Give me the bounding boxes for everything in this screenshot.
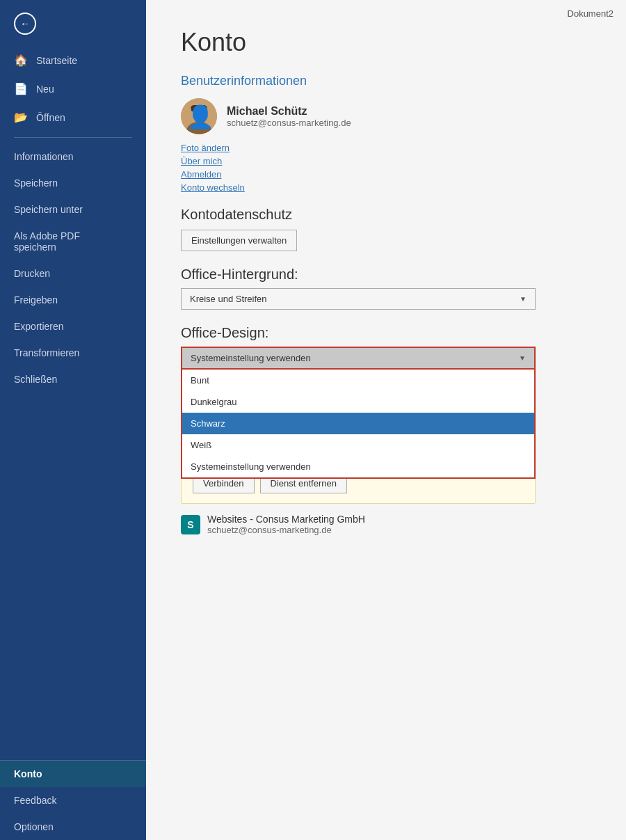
sidebar-item-konto[interactable]: Konto (0, 761, 146, 787)
sidebar-item-label: Startseite (36, 55, 77, 66)
design-selected-value: Systemeinstellung verwenden (191, 353, 311, 363)
ueber-mich-link[interactable]: Über mich (181, 156, 222, 166)
avatar-image (181, 98, 217, 134)
avatar (181, 98, 217, 134)
page-title: Konto (181, 28, 591, 57)
sidebar-item-label: Neu (36, 84, 54, 95)
sidebar-item-label: Exportieren (14, 321, 64, 332)
sidebar-item-transformieren[interactable]: Transformieren (0, 340, 146, 366)
sidebar-bottom: Konto Feedback Optionen (0, 760, 146, 840)
sidebar-item-optionen[interactable]: Optionen (0, 814, 146, 840)
sidebar-item-exportieren[interactable]: Exportieren (0, 313, 146, 340)
sidebar-item-label: Transformieren (14, 347, 79, 358)
websites-service: S Websites - Consus Marketing GmbH schue… (181, 514, 591, 535)
new-document-icon: 📄 (14, 82, 28, 95)
svg-rect-7 (193, 113, 195, 118)
websites-info: Websites - Consus Marketing GmbH schuetz… (207, 514, 591, 535)
design-dropdown-header[interactable]: Systemeinstellung verwenden ▼ (181, 347, 536, 370)
sidebar-item-label: Freigeben (14, 294, 58, 306)
sidebar-item-label: Feedback (14, 795, 56, 806)
svg-rect-9 (191, 105, 207, 112)
einstellungen-verwalten-button[interactable]: Einstellungen verwalten (181, 230, 297, 251)
sidebar-item-label: Als Adobe PDFspeichern (14, 230, 80, 253)
foto-aendern-link[interactable]: Foto ändern (181, 143, 230, 153)
design-option-schwarz[interactable]: Schwarz (182, 413, 534, 434)
user-name: Michael Schütz (227, 105, 351, 118)
open-folder-icon: 📂 (14, 111, 28, 124)
svg-rect-8 (202, 113, 204, 118)
sidebar-item-label: Konto (14, 768, 42, 779)
svg-rect-11 (207, 108, 209, 112)
section-title-benutzerinfo: Benutzerinformationen (181, 74, 591, 88)
sidebar-item-informationen[interactable]: Informationen (0, 143, 146, 170)
sidebar-item-label: Informationen (14, 151, 74, 162)
sidebar-nav: 🏠 Startseite 📄 Neu 📂 Öffnen Informatione… (0, 42, 146, 393)
svg-point-0 (181, 98, 217, 134)
back-circle[interactable]: ← (14, 13, 36, 35)
sidebar-item-oeffnen[interactable]: 📂 Öffnen (0, 103, 146, 132)
sidebar-item-label: Schließen (14, 374, 57, 385)
websites-email: schuetz@consus-marketing.de (207, 525, 591, 535)
svg-point-3 (193, 106, 205, 118)
sharepoint-icon: S (181, 515, 200, 534)
sidebar: ← 🏠 Startseite 📄 Neu 📂 Öffnen Informatio… (0, 0, 146, 840)
design-option-systemeinstellung[interactable]: Systemeinstellung verwenden (182, 456, 534, 477)
svg-point-1 (192, 105, 206, 119)
hintergrund-selected: Kreise und Streifen (190, 294, 267, 304)
sidebar-item-startseite[interactable]: 🏠 Startseite (0, 46, 146, 74)
design-dropdown-list: Bunt Dunkelgrau Schwarz Weiß Systemeinst… (181, 370, 536, 479)
datenschutz-heading: Kontodatenschutz (181, 207, 591, 223)
main-content-area: Dokument2 Konto Benutzerinformationen (146, 0, 626, 840)
hintergrund-label: Office-Hintergrund: (181, 267, 591, 283)
sidebar-item-feedback[interactable]: Feedback (0, 787, 146, 814)
back-button[interactable]: ← (0, 0, 146, 42)
user-email: schuetz@consus-marketing.de (227, 118, 351, 128)
sidebar-item-label: Drucken (14, 268, 50, 279)
websites-name: Websites - Consus Marketing GmbH (207, 514, 591, 525)
home-icon: 🏠 (14, 54, 28, 67)
user-details: Michael Schütz schuetz@consus-marketing.… (227, 105, 351, 128)
svg-rect-10 (188, 108, 191, 112)
sidebar-item-label: Optionen (14, 821, 54, 832)
svg-rect-4 (191, 109, 207, 118)
sidebar-item-label: Speichern unter (14, 204, 83, 215)
back-arrow-icon: ← (20, 18, 30, 29)
design-label: Office-Design: (181, 325, 591, 341)
sidebar-item-speichern[interactable]: Speichern (0, 170, 146, 196)
sidebar-item-drucken[interactable]: Drucken (0, 260, 146, 287)
konto-wechseln-link[interactable]: Konto wechseln (181, 182, 245, 193)
hintergrund-dropdown-arrow-icon: ▼ (520, 295, 527, 303)
sidebar-item-schliessen[interactable]: Schließen (0, 366, 146, 393)
svg-point-5 (195, 111, 197, 113)
svg-point-2 (186, 122, 211, 134)
sidebar-spacer (0, 393, 146, 760)
hintergrund-dropdown[interactable]: Kreise und Streifen ▼ (181, 288, 536, 310)
document-title: Dokument2 (568, 8, 613, 19)
sidebar-item-freigeben[interactable]: Freigeben (0, 287, 146, 313)
sidebar-item-neu[interactable]: 📄 Neu (0, 74, 146, 103)
design-option-dunkelgrau[interactable]: Dunkelgrau (182, 391, 534, 413)
design-option-weiss[interactable]: Weiß (182, 434, 534, 456)
main-content: Konto Benutzerinformationen (146, 0, 626, 563)
design-option-bunt[interactable]: Bunt (182, 370, 534, 391)
sidebar-item-label: Speichern (14, 177, 58, 189)
sidebar-item-label: Öffnen (36, 112, 65, 123)
abmelden-link[interactable]: Abmelden (181, 169, 222, 180)
design-dropdown-arrow-icon: ▼ (519, 354, 526, 362)
sidebar-item-speichern-unter[interactable]: Speichern unter (0, 196, 146, 223)
user-links: Foto ändern Über mich Abmelden Konto wec… (181, 143, 591, 193)
design-dropdown-container: Systemeinstellung verwenden ▼ Bunt Dunke… (181, 347, 536, 370)
sidebar-item-als-adobe-pdf[interactable]: Als Adobe PDFspeichern (0, 223, 146, 260)
sidebar-divider (14, 137, 132, 138)
user-info-block: Michael Schütz schuetz@consus-marketing.… (181, 98, 591, 134)
svg-point-6 (202, 111, 204, 113)
